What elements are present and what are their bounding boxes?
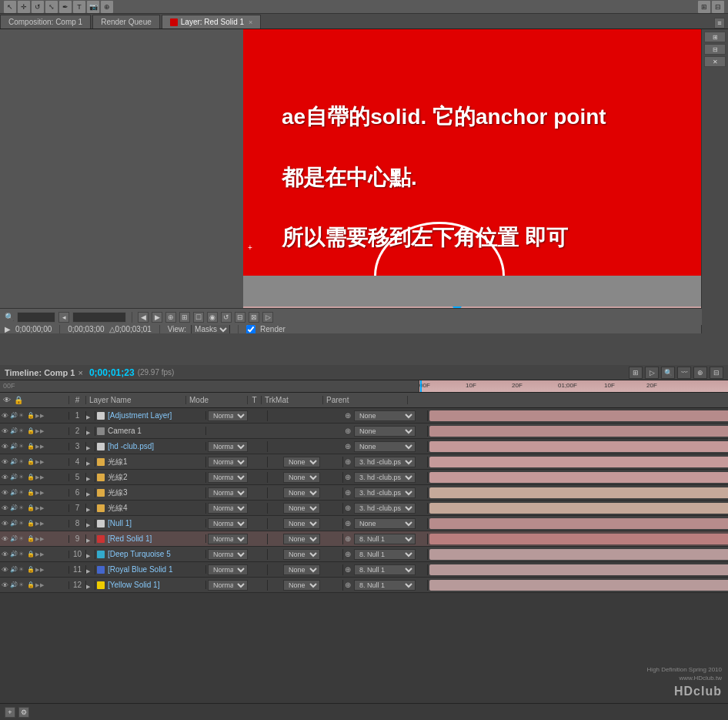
eye-toggle-6[interactable]: 👁 bbox=[2, 489, 9, 497]
extra-btn2[interactable]: ⊠ bbox=[249, 312, 259, 323]
solo-icon-12[interactable]: ☀ bbox=[18, 581, 26, 588]
expand-icon-5[interactable]: ▶ bbox=[40, 474, 44, 481]
eye-toggle-4[interactable]: 👁 bbox=[2, 458, 9, 466]
collapse-icon-7[interactable]: ▶ bbox=[35, 505, 39, 511]
eye-toggle-1[interactable]: 👁 bbox=[2, 412, 9, 420]
layer-name-2[interactable]: Camera 1 bbox=[106, 427, 206, 435]
side-btn-2[interactable]: ⊟ bbox=[704, 44, 726, 55]
layer-mode-select-5[interactable]: Normal bbox=[208, 472, 248, 483]
layer-parent-select-2[interactable]: None bbox=[354, 426, 416, 437]
layer-expand-5[interactable]: ▶ bbox=[86, 473, 95, 482]
tab-layer[interactable]: Layer: Red Solid 1 × bbox=[162, 15, 262, 28]
layer-row-9[interactable]: 👁 🔊 ☀ 🔒 ▶ ▶ 9 ▶ [Red Solid 1] Normal Non… bbox=[0, 531, 728, 547]
layer-trkmat-select-9[interactable]: None bbox=[283, 534, 320, 544]
layer-parent-select-1[interactable]: None bbox=[354, 410, 416, 421]
expand-icon-9[interactable]: ▶ bbox=[40, 536, 44, 542]
layer-tab-close[interactable]: × bbox=[249, 18, 252, 26]
snap-btn[interactable]: ⊕ bbox=[165, 312, 176, 323]
eye-toggle-2[interactable]: 👁 bbox=[2, 427, 9, 435]
lock-icon-11[interactable]: 🔒 bbox=[27, 566, 35, 573]
layer-row-4[interactable]: 👁 🔊 ☀ 🔒 ▶ ▶ 4 ▶ 光線1 Normal None ⊕ 3 bbox=[0, 454, 728, 470]
tool-arrow[interactable]: ↖ bbox=[4, 1, 16, 13]
lock-icon-3[interactable]: 🔒 bbox=[27, 443, 35, 450]
layer-expand-1[interactable]: ▶ bbox=[86, 411, 95, 420]
expand-icon-1[interactable]: ▶ bbox=[40, 413, 44, 419]
tl-search-btn[interactable]: 🔍 bbox=[661, 367, 675, 379]
layer-parent-select-8[interactable]: None bbox=[354, 518, 416, 529]
layer-row-1[interactable]: 👁 🔊 ☀ 🔒 ▶ ▶ 1 ▶ [Adjustment Layer] Norma… bbox=[0, 408, 728, 424]
solo-icon-8[interactable]: ☀ bbox=[18, 520, 26, 527]
layer-mode-select-9[interactable]: Normal bbox=[208, 534, 248, 544]
layer-row-3[interactable]: 👁 🔊 ☀ 🔒 ▶ ▶ 3 ▶ [hd -club.psd] Normal ⊕ bbox=[0, 439, 728, 454]
expand-icon-11[interactable]: ▶ bbox=[40, 567, 44, 573]
lock-icon-12[interactable]: 🔒 bbox=[27, 581, 35, 588]
layer-parent-select-7[interactable]: 3. hd -club.psd bbox=[354, 503, 416, 514]
collapse-icon-3[interactable]: ▶ bbox=[35, 444, 39, 450]
tl-extra2[interactable]: ⊟ bbox=[710, 367, 723, 379]
safe-btn[interactable]: ☐ bbox=[193, 312, 204, 323]
layer-expand-12[interactable]: ▶ bbox=[86, 581, 95, 590]
layer-expand-10[interactable]: ▶ bbox=[86, 550, 95, 559]
solo-icon-6[interactable]: ☀ bbox=[18, 489, 26, 496]
layer-row-6[interactable]: 👁 🔊 ☀ 🔒 ▶ ▶ 6 ▶ 光線3 Normal None ⊕ 3 bbox=[0, 485, 728, 501]
zoom-down-btn[interactable]: ◂ bbox=[58, 312, 69, 323]
side-btn-3[interactable]: ✕ bbox=[704, 56, 726, 67]
layer-mode-select-11[interactable]: Normal bbox=[208, 564, 248, 575]
lock-icon-10[interactable]: 🔒 bbox=[27, 551, 35, 558]
layer-parent-select-6[interactable]: 3. hd -club.psd bbox=[354, 487, 416, 498]
extra-btn1[interactable]: ⊟ bbox=[235, 312, 245, 323]
collapse-icon-10[interactable]: ▶ bbox=[35, 551, 39, 558]
tl-comp-btn[interactable]: ⊞ bbox=[629, 367, 643, 379]
layer-mode-select-6[interactable]: Normal bbox=[208, 487, 248, 498]
tl-motion-btn[interactable]: 〰 bbox=[677, 367, 691, 379]
expand-icon-6[interactable]: ▶ bbox=[40, 490, 44, 496]
lock-icon-7[interactable]: 🔒 bbox=[27, 504, 35, 511]
layer-expand-2[interactable]: ▶ bbox=[86, 427, 95, 436]
solo-icon-4[interactable]: ☀ bbox=[18, 458, 26, 465]
collapse-icon-5[interactable]: ▶ bbox=[35, 474, 39, 481]
tool-camera[interactable]: 📷 bbox=[87, 1, 99, 13]
layer-expand-6[interactable]: ▶ bbox=[86, 488, 95, 497]
eye-toggle-12[interactable]: 👁 bbox=[2, 581, 9, 589]
layer-row-11[interactable]: 👁 🔊 ☀ 🔒 ▶ ▶ 11 ▶ [Royal Blue Solid 1 Nor… bbox=[0, 562, 728, 578]
expand-icon-12[interactable]: ▶ bbox=[40, 582, 44, 588]
expand-icon-8[interactable]: ▶ bbox=[40, 521, 44, 527]
layer-name-12[interactable]: [Yellow Solid 1] bbox=[106, 581, 206, 589]
layer-parent-select-11[interactable]: 8. Null 1 bbox=[354, 564, 416, 575]
layer-trkmat-select-12[interactable]: None bbox=[283, 580, 320, 591]
eye-toggle-3[interactable]: 👁 bbox=[2, 443, 9, 450]
viewer-menu-btn[interactable]: ≡ bbox=[714, 18, 725, 28]
layer-parent-select-3[interactable]: None bbox=[354, 441, 416, 452]
expand-icon-2[interactable]: ▶ bbox=[40, 428, 44, 434]
collapse-icon-8[interactable]: ▶ bbox=[35, 521, 39, 527]
tool-text[interactable]: T bbox=[73, 1, 85, 13]
layer-mode-select-12[interactable]: Normal bbox=[208, 580, 248, 591]
expand-icon-3[interactable]: ▶ bbox=[40, 444, 44, 450]
layer-expand-4[interactable]: ▶ bbox=[86, 457, 95, 467]
render-checkbox[interactable] bbox=[246, 325, 255, 334]
layer-expand-8[interactable]: ▶ bbox=[86, 519, 95, 528]
tl-render-btn[interactable]: ▷ bbox=[645, 367, 659, 379]
overlay-btn[interactable]: ◉ bbox=[207, 312, 218, 323]
tool-extra2[interactable]: ⊟ bbox=[712, 1, 724, 13]
time-input[interactable]: 0;00;01;23 bbox=[72, 312, 126, 323]
layer-mode-select-1[interactable]: Normal bbox=[208, 410, 248, 421]
solo-icon-9[interactable]: ☀ bbox=[18, 535, 26, 542]
eye-toggle-7[interactable]: 👁 bbox=[2, 504, 9, 512]
layer-trkmat-select-8[interactable]: None bbox=[283, 518, 320, 529]
lock-icon-5[interactable]: 🔒 bbox=[27, 474, 35, 481]
tl-extra1[interactable]: ⊕ bbox=[693, 367, 707, 379]
collapse-icon-2[interactable]: ▶ bbox=[35, 428, 39, 434]
play-back-btn[interactable]: ◀ bbox=[138, 312, 149, 323]
layer-parent-select-5[interactable]: 3. hd -club.psd bbox=[354, 472, 416, 483]
lock-icon-1[interactable]: 🔒 bbox=[27, 412, 35, 419]
layer-name-7[interactable]: 光線4 bbox=[106, 503, 206, 514]
layer-name-5[interactable]: 光線2 bbox=[106, 472, 206, 483]
collapse-icon-11[interactable]: ▶ bbox=[35, 567, 39, 573]
reset-btn[interactable]: ↺ bbox=[221, 312, 232, 323]
tool-orbit[interactable]: ⊕ bbox=[101, 1, 113, 13]
solo-icon-11[interactable]: ☀ bbox=[18, 566, 26, 573]
layer-expand-9[interactable]: ▶ bbox=[86, 534, 95, 544]
layer-mode-select-4[interactable]: Normal bbox=[208, 457, 248, 467]
collapse-icon-12[interactable]: ▶ bbox=[35, 582, 39, 588]
